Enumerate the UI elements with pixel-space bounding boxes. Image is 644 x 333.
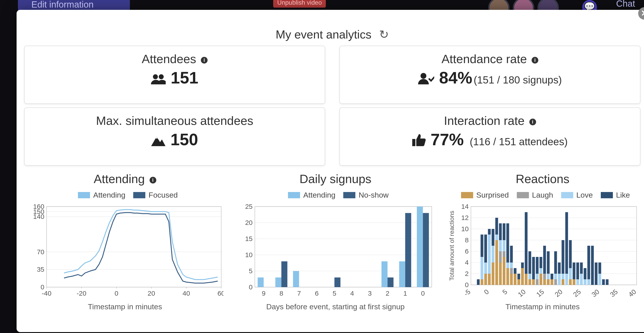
- refresh-icon[interactable]: ↻: [379, 28, 389, 41]
- svg-rect-135: [536, 279, 538, 285]
- legend-swatch: [461, 192, 473, 198]
- svg-text:2: 2: [386, 290, 390, 297]
- chart-legend: Surprised Laugh Love Like: [445, 191, 640, 199]
- svg-rect-171: [587, 246, 590, 279]
- legend-swatch: [561, 192, 573, 198]
- svg-rect-126: [521, 268, 524, 285]
- svg-rect-116: [506, 263, 509, 268]
- svg-rect-96: [484, 263, 487, 274]
- svg-text:-20: -20: [76, 290, 86, 297]
- svg-text:3: 3: [368, 290, 372, 297]
- svg-text:0: 0: [421, 290, 425, 297]
- svg-rect-124: [518, 279, 520, 285]
- legend-label: Attending: [303, 191, 336, 199]
- svg-text:4: 4: [350, 290, 354, 297]
- svg-text:40: 40: [627, 288, 638, 298]
- svg-rect-103: [492, 229, 494, 246]
- svg-rect-117: [506, 223, 509, 263]
- svg-rect-101: [492, 263, 494, 285]
- svg-rect-99: [488, 235, 490, 274]
- svg-rect-93: [480, 257, 483, 279]
- svg-text:1: 1: [403, 290, 407, 297]
- svg-rect-134: [532, 257, 535, 279]
- card-title: Max. simultaneous attendees: [96, 114, 253, 127]
- svg-point-1: [159, 74, 164, 79]
- svg-rect-95: [484, 274, 487, 285]
- svg-rect-143: [543, 246, 546, 274]
- svg-rect-107: [499, 263, 502, 285]
- svg-text:35: 35: [608, 288, 619, 298]
- svg-rect-122: [514, 274, 516, 285]
- svg-rect-129: [525, 212, 528, 274]
- svg-rect-92: [480, 279, 483, 285]
- chart-reactions: Reactions Surprised Laugh Love Like 0246…: [445, 172, 640, 311]
- user-check-icon: [418, 68, 434, 90]
- card-value: 77%: [430, 130, 464, 149]
- card-attendance-rate: Attendance rate i 84%(151 / 180 signups): [340, 46, 640, 104]
- svg-text:15: 15: [245, 235, 252, 242]
- svg-rect-106: [495, 218, 498, 235]
- svg-rect-160: [569, 268, 572, 279]
- svg-text:0: 0: [249, 283, 252, 291]
- legend-label: Laugh: [532, 191, 553, 199]
- svg-text:12: 12: [461, 214, 469, 221]
- legend-label: Focused: [148, 191, 178, 199]
- info-icon[interactable]: i: [529, 119, 536, 125]
- card-attendees: Attendees i 151: [24, 46, 325, 104]
- svg-point-2: [420, 73, 426, 79]
- legend-label: Love: [576, 191, 593, 199]
- analytics-modal: ✕ My event analytics ↻ Attendees i 151 A…: [16, 10, 644, 332]
- svg-rect-149: [554, 279, 557, 285]
- bar-chart-svg: 05101520259876543210: [237, 204, 434, 298]
- svg-rect-147: [550, 279, 553, 285]
- mountain-icon: [151, 129, 166, 152]
- x-axis-label: Timestamp in minutes: [445, 302, 640, 311]
- svg-rect-151: [554, 251, 557, 274]
- info-icon[interactable]: i: [532, 57, 538, 63]
- svg-rect-146: [547, 251, 550, 274]
- svg-rect-159: [569, 279, 572, 285]
- svg-rect-133: [532, 279, 535, 285]
- svg-rect-125: [518, 274, 520, 279]
- legend-label: No-show: [358, 191, 388, 199]
- chart-legend: Attending Focused: [24, 191, 226, 199]
- svg-rect-169: [584, 268, 586, 279]
- legend-swatch: [133, 192, 145, 198]
- chat-button[interactable]: Chat: [616, 0, 635, 9]
- svg-text:10: 10: [461, 225, 469, 233]
- svg-rect-16: [46, 207, 221, 287]
- svg-rect-136: [536, 274, 538, 279]
- svg-rect-174: [598, 274, 601, 285]
- svg-rect-113: [503, 240, 506, 251]
- svg-rect-161: [569, 240, 572, 268]
- svg-text:6: 6: [465, 248, 469, 255]
- svg-rect-172: [591, 246, 594, 285]
- svg-text:Total amount of reactions: Total amount of reactions: [448, 211, 455, 281]
- svg-text:0: 0: [482, 288, 490, 296]
- info-icon[interactable]: i: [150, 177, 156, 184]
- svg-rect-144: [547, 279, 550, 285]
- x-axis-label: Days before event, starting at first sig…: [235, 302, 436, 311]
- card-value: 151: [171, 68, 198, 87]
- info-icon[interactable]: i: [201, 57, 208, 63]
- edit-information-button[interactable]: Edit information: [18, 0, 130, 11]
- svg-rect-118: [510, 274, 513, 285]
- legend-swatch: [343, 192, 355, 198]
- legend-swatch: [517, 192, 529, 198]
- svg-text:20: 20: [245, 219, 252, 226]
- chart-legend: Attending No-show: [235, 191, 436, 199]
- card-sub: (116 / 151 attendees): [470, 136, 568, 147]
- unpublish-video-button[interactable]: Unpublish video: [273, 0, 326, 7]
- legend-swatch: [601, 192, 613, 198]
- svg-rect-59: [405, 213, 411, 287]
- chart-daily-signups: Daily signups Attending No-show 05101520…: [235, 172, 436, 311]
- svg-rect-100: [488, 229, 490, 235]
- svg-rect-163: [572, 263, 575, 279]
- svg-text:8: 8: [465, 236, 469, 244]
- svg-text:20: 20: [553, 288, 564, 298]
- stacked-bar-chart-svg: 02468101214Total amount of reactions-505…: [446, 204, 639, 298]
- charts-row: Attending i Attending Focused 0357014015…: [24, 172, 640, 326]
- svg-rect-152: [558, 274, 561, 285]
- card-title: Interaction rate: [444, 114, 524, 127]
- svg-rect-119: [510, 268, 513, 274]
